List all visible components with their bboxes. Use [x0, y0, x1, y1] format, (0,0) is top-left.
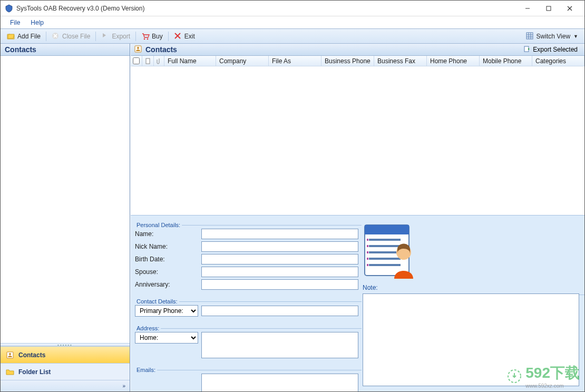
svg-rect-32 [369, 264, 401, 266]
col-checkbox[interactable] [131, 56, 142, 66]
contacts-icon [6, 351, 14, 359]
export-selected-icon [523, 45, 531, 54]
emails-field[interactable] [201, 374, 358, 391]
export-label: Export [112, 33, 130, 40]
svg-point-7 [144, 38, 145, 40]
col-company[interactable]: Company [216, 56, 269, 66]
folder-icon [6, 368, 14, 376]
exit-button[interactable]: Exit [171, 31, 198, 42]
chevron-down-icon: ▼ [573, 34, 578, 39]
svg-rect-27 [367, 245, 368, 247]
svg-rect-29 [367, 251, 368, 253]
name-label: Name: [135, 230, 198, 238]
buy-button[interactable]: Buy [138, 31, 166, 42]
birthdate-field[interactable] [201, 254, 358, 264]
grid-body[interactable] [131, 66, 584, 215]
nickname-label: Nick Name: [135, 243, 198, 250]
switch-view-button[interactable]: Switch View ▼ [523, 31, 581, 42]
address-field[interactable] [201, 332, 358, 358]
anniversary-label: Anniversary: [135, 281, 198, 288]
svg-point-19 [137, 47, 139, 49]
watermark-brand: 592下载 [525, 363, 580, 383]
personal-details-legend: Personal Details: [135, 222, 182, 228]
toolbar-separator [135, 32, 136, 41]
anniversary-field[interactable] [201, 279, 358, 290]
svg-rect-31 [367, 258, 368, 260]
switch-view-label: Switch View [537, 33, 570, 40]
buy-label: Buy [152, 33, 163, 40]
minimize-button[interactable] [517, 1, 538, 16]
nickname-field[interactable] [201, 241, 358, 252]
exit-label: Exit [184, 33, 195, 40]
toolbar: Add File Close File Export Buy Exit Swit… [1, 29, 584, 44]
svg-rect-23 [365, 225, 409, 234]
contact-card-image [363, 223, 421, 281]
export-selected-label: Export Selected [533, 46, 578, 53]
toolbar-separator [95, 32, 96, 41]
primary-phone-select[interactable]: Primary Phone: [135, 305, 198, 317]
sidebar-nav-expand[interactable]: » [1, 380, 130, 391]
main-panel: Contacts Export Selected Full Name Compa… [130, 44, 584, 391]
contacts-header-icon [134, 45, 142, 55]
add-file-label: Add File [17, 33, 41, 40]
svg-rect-26 [369, 245, 401, 247]
svg-rect-20 [524, 46, 529, 52]
attachment-icon [157, 58, 162, 64]
watermark-url: www.592xz.com [525, 383, 580, 389]
col-attachment[interactable] [154, 56, 164, 66]
sidebar-nav-folder-list-label: Folder List [18, 368, 51, 376]
watermark-icon [506, 368, 522, 384]
sidebar-header: Contacts [1, 44, 130, 56]
svg-rect-25 [367, 239, 368, 241]
svg-point-8 [147, 38, 149, 40]
exit-icon [174, 32, 182, 41]
sidebar-nav-contacts-label: Contacts [18, 351, 45, 359]
folder-open-icon [7, 32, 15, 41]
svg-rect-11 [526, 33, 533, 39]
sidebar-tree[interactable] [1, 56, 130, 343]
col-full-name[interactable]: Full Name [164, 56, 216, 66]
col-icon[interactable] [142, 56, 154, 66]
svg-rect-24 [369, 239, 401, 241]
close-window-button[interactable] [559, 1, 580, 16]
close-file-button[interactable]: Close File [48, 31, 93, 42]
toolbar-separator [46, 32, 46, 41]
app-icon [5, 4, 13, 13]
close-file-icon [52, 32, 60, 41]
export-arrow-icon [101, 32, 110, 41]
primary-phone-field[interactable] [201, 306, 358, 316]
main-header: Contacts Export Selected [131, 44, 584, 56]
sidebar-nav-contacts[interactable]: Contacts [1, 346, 130, 363]
add-file-button[interactable]: Add File [4, 31, 44, 42]
sidebar-nav: Contacts Folder List » [1, 346, 130, 391]
title-bar: SysTools OAB Recovery v3.0 (Demo Version… [1, 1, 584, 16]
menu-file[interactable]: File [5, 18, 25, 27]
spouse-field[interactable] [201, 267, 358, 277]
toolbar-separator [168, 32, 169, 41]
menu-bar: File Help [1, 16, 584, 29]
select-all-checkbox[interactable] [133, 57, 140, 64]
address-type-select[interactable]: Home: [135, 332, 198, 344]
export-button[interactable]: Export [98, 31, 133, 42]
maximize-button[interactable] [538, 1, 559, 16]
col-business-phone[interactable]: Business Phone [321, 56, 374, 66]
col-file-as[interactable]: File As [269, 56, 321, 66]
sidebar-nav-folder-list[interactable]: Folder List [1, 363, 130, 380]
main-title: Contacts [145, 45, 516, 54]
svg-point-17 [9, 353, 11, 355]
svg-rect-30 [369, 258, 401, 260]
birthdate-label: Birth Date: [135, 256, 198, 263]
col-categories[interactable]: Categories [532, 56, 584, 66]
switch-view-icon [526, 32, 534, 41]
col-mobile-phone[interactable]: Mobile Phone [480, 56, 532, 66]
col-home-phone[interactable]: Home Phone [427, 56, 480, 66]
name-field[interactable] [201, 229, 358, 239]
watermark: 592下载 www.592xz.com [506, 363, 580, 389]
menu-help[interactable]: Help [25, 18, 49, 27]
col-business-fax[interactable]: Business Fax [374, 56, 427, 66]
svg-rect-21 [146, 58, 150, 64]
export-selected-button[interactable]: Export Selected [520, 44, 581, 56]
svg-rect-28 [369, 251, 401, 253]
emails-legend: Emails: [135, 367, 157, 373]
sidebar: Contacts •••••• Contacts Folder List » [1, 44, 130, 391]
